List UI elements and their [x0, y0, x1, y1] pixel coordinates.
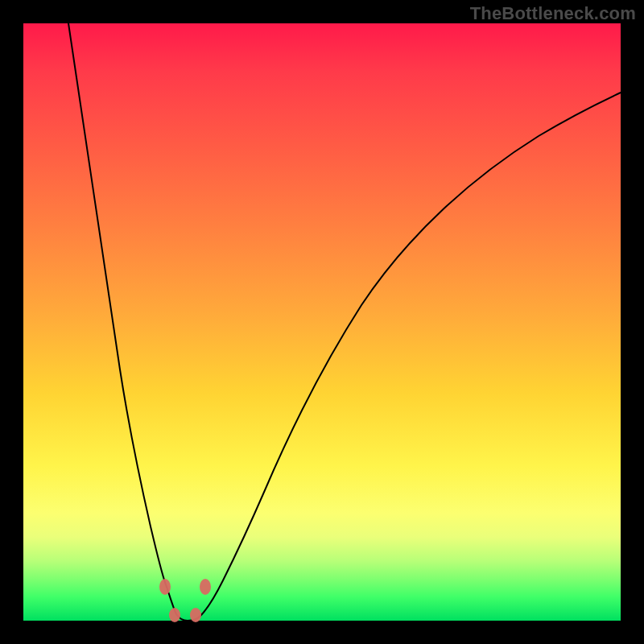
bottleneck-curve	[68, 23, 621, 621]
curve-marker	[159, 579, 171, 595]
curve-marker	[169, 608, 180, 622]
chart-plot-area	[23, 23, 621, 621]
curve-layer	[23, 23, 621, 621]
curve-marker	[190, 608, 201, 622]
watermark-text: TheBottleneck.com	[470, 3, 636, 24]
curve-marker	[200, 579, 211, 595]
